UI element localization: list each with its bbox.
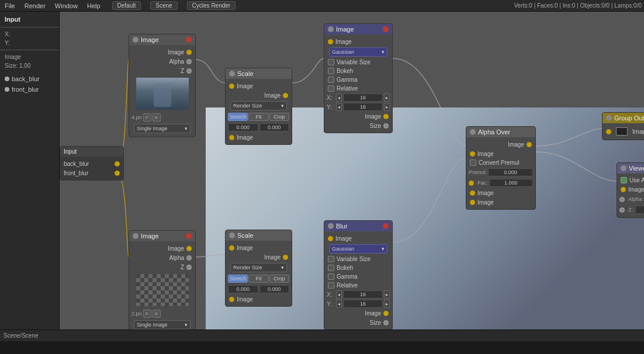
blur-2-y-inc[interactable]: ▸ [384,300,390,308]
group-output-socket [606,129,611,134]
blur-2-gamma-checkbox[interactable] [328,273,334,280]
alpha-over-premul-checkbox[interactable] [470,159,476,166]
node-image-1-image-out: Image [129,47,195,57]
blur-2-y-dec[interactable]: ◂ [336,300,342,308]
node-scale-2-header: Scale [226,230,292,241]
menu-file[interactable]: File [2,2,18,9]
blur-1-bokeh-checkbox[interactable] [328,68,334,74]
blur-1-x-dec[interactable]: ◂ [336,93,342,102]
node-image-2-dot [133,233,139,239]
image-1-icon-x[interactable]: ✕ [153,113,161,122]
node-image-2[interactable]: Image Image Alpha Z [129,230,196,329]
blur-2-x-val[interactable]: 16 [343,290,383,299]
alpha-over-in2-label: Image [477,190,494,196]
mode-selector[interactable]: Default [112,1,141,10]
viewer-z-val[interactable]: 1.000 [635,206,644,214]
blur-2-x-dec[interactable]: ◂ [336,290,342,299]
alpha-over-out-socket [527,142,532,147]
scale-1-fit-btn[interactable]: Fit [248,113,268,121]
node-input[interactable]: Input back_blur front_blur [60,146,124,181]
node-scale-2-image-out: Image [226,252,292,262]
blur-1-type-select[interactable]: Gaussian ▾ [327,47,390,57]
menu-window[interactable]: Window [53,2,80,9]
node-scale-1[interactable]: Scale Image Image Render Size ▾ [225,68,292,145]
scale-1-x-field[interactable]: 0.000 [228,123,258,131]
node-viewer[interactable]: Viewer Use Alpha Image Alpha : 1.000 [617,162,644,218]
blur-1-relative-checkbox[interactable] [328,85,334,92]
scale-1-stretch-btn[interactable]: Stretch [228,113,248,121]
blur-2-size-socket [383,320,389,325]
menu-help[interactable]: Help [85,2,103,9]
node-blur-2-close[interactable] [383,223,389,229]
blur-1-y-label: Y: [327,104,335,110]
blur-1-variable-checkbox[interactable] [328,59,334,65]
image-1-icon-f[interactable]: F [143,113,151,122]
node-alpha-over[interactable]: Alpha Over Image Image Convert Premul Pr… [466,126,536,210]
viewer-use-alpha-checkbox[interactable] [621,177,627,183]
blur-1-gamma-checkbox[interactable] [328,77,334,83]
alpha-over-premul-val[interactable]: 0.000 [488,168,533,176]
menu-render[interactable]: Render [22,2,48,9]
node-blur-1[interactable]: Image Image Gaussian ▾ Variable Size [324,23,393,133]
blur-1-x-val[interactable]: 16 [343,93,383,102]
node-blur-1-image-in: Image [324,37,392,46]
scale-2-crop-btn[interactable]: Crop [269,275,289,283]
scale-1-bottom-socket [229,135,234,140]
node-blur-2-image-out: Image [324,308,392,318]
scale-2-stretch-btn[interactable]: Stretch [228,275,248,283]
blur-2-x-inc[interactable]: ▸ [384,290,390,299]
scale-2-x-field[interactable]: 0.000 [228,285,258,293]
node-group-output-dot [606,115,612,121]
alpha-over-premul-text: Premul: [469,169,487,175]
sidebar-y-label: Y: [0,39,59,47]
scene-selector[interactable]: Scene [150,1,177,10]
scale-1-crop-btn[interactable]: Crop [269,113,289,121]
blur-1-x-row: X: ◂ 16 ▸ [324,93,392,102]
sidebar-item-front-blur[interactable]: front_blur [0,84,59,95]
node-image-2-close[interactable] [186,233,192,239]
blur-2-relative-checkbox[interactable] [328,282,334,289]
image-1-z-socket [186,68,192,74]
scale-1-y-field[interactable]: 0.000 [259,123,290,131]
blur-1-out-socket [383,114,389,119]
node-canvas[interactable]: Input back_blur front_blur Image [60,12,644,329]
node-blur-1-close[interactable] [383,26,389,32]
alpha-over-fac-val[interactable]: 1.000 [489,179,533,187]
back-blur-socket [115,161,120,166]
renderer-selector[interactable]: Cycles Render [187,1,236,10]
node-image-1-header: Image [129,34,195,45]
node-group-output[interactable]: Group Output Image [602,112,644,140]
blur-2-variable-checkbox[interactable] [328,256,334,262]
sidebar-item-back-blur[interactable]: back_blur [0,74,59,84]
node-image-1-close[interactable] [186,37,192,43]
chevron-down-icon-2: ▾ [281,103,284,109]
blur-2-y-val[interactable]: 16 [343,300,383,308]
node-scale-2-dot [229,232,235,238]
viewer-use-alpha-row: Use Alpha [617,176,644,185]
node-scale-2[interactable]: Scale Image Image Render Size ▾ [225,230,292,307]
blur-1-size-label: Size [370,123,381,129]
image-2-icon-f[interactable]: F [143,310,151,318]
scale-1-size-select[interactable]: Render Size ▾ [228,101,289,110]
scale-2-y-field[interactable]: 0.000 [259,285,290,293]
node-scale-1-header: Scale [226,68,292,79]
scale-2-size-select[interactable]: Render Size ▾ [228,263,289,272]
node-group-output-header: Group Output [603,113,644,123]
blur-1-y-inc[interactable]: ▸ [384,103,390,111]
sidebar-size-label: Size: 1.00 [0,61,59,70]
image-2-icon-x[interactable]: ✕ [153,310,161,318]
node-scale-1-title: Scale [237,70,254,77]
blur-2-gamma: Gamma [324,272,392,281]
image-2-mode-select[interactable]: Single Image ▾ [131,320,193,329]
node-image-1[interactable]: Image Image Alpha Z [129,34,196,137]
blur-1-y-val[interactable]: 16 [343,103,383,111]
blur-2-bokeh-checkbox[interactable] [328,265,334,271]
image-1-mode-select[interactable]: Single Image ▾ [131,124,193,133]
blur-1-y-dec[interactable]: ◂ [336,103,342,111]
blur-2-type-select[interactable]: Gaussian ▾ [327,244,390,254]
node-blur-2[interactable]: Blur Image Gaussian ▾ Variable Size [324,220,393,329]
node-input-header: Input [60,147,123,157]
blur-1-x-inc[interactable]: ▸ [384,93,390,102]
node-input-title: Input [64,148,77,155]
scale-2-fit-btn[interactable]: Fit [248,275,268,283]
